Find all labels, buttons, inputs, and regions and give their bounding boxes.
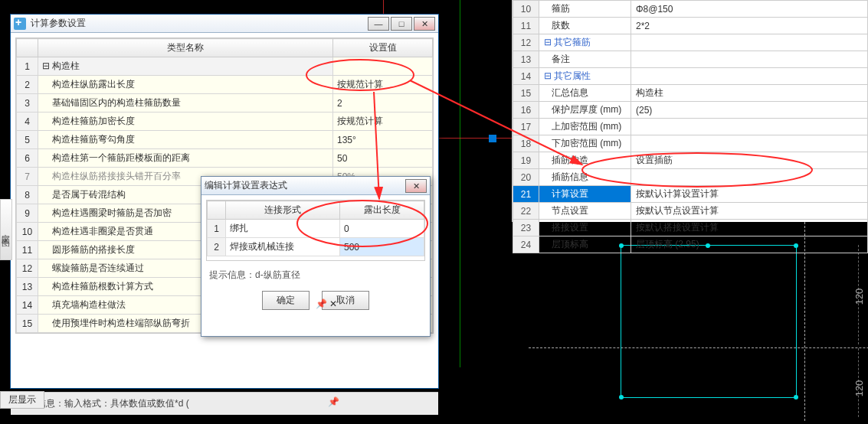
property-row[interactable]: 16 保护层厚度 (mm)(25) bbox=[513, 102, 868, 119]
dialog-title: 计算参数设置 bbox=[31, 17, 368, 30]
selection-handle[interactable] bbox=[489, 135, 496, 142]
property-value[interactable]: 设置插筋 bbox=[631, 152, 868, 169]
property-row[interactable]: 17 上加密范围 (mm) bbox=[513, 119, 868, 135]
row-index: 12 bbox=[17, 259, 38, 278]
dock-panel-title[interactable]: 层显示 bbox=[0, 391, 44, 409]
property-value[interactable]: 2*2 bbox=[631, 18, 868, 34]
param-row[interactable]: 1⊟ 构造柱 bbox=[17, 57, 433, 76]
property-value[interactable]: Φ8@150 bbox=[631, 1, 868, 18]
conn-type: 绑扎 bbox=[226, 220, 340, 238]
row-index: 6 bbox=[17, 149, 38, 168]
col-type-name: 类型名称 bbox=[38, 39, 333, 57]
property-value[interactable]: 层顶标高 (2.95) bbox=[631, 236, 868, 253]
minimize-button[interactable]: — bbox=[368, 17, 389, 31]
row-index: 19 bbox=[513, 152, 539, 169]
dialog-hint: 提示信息：输入格式：具体数值或数值*d ( bbox=[11, 392, 438, 415]
property-panel[interactable]: 10 箍筋Φ8@15011 肢数2*212⊟ 其它箍筋13 备注14⊟ 其它属性… bbox=[512, 0, 868, 222]
expr-row[interactable]: 1绑扎0 bbox=[208, 220, 424, 238]
row-index: 9 bbox=[17, 204, 38, 223]
dimension-value: 120 bbox=[854, 289, 866, 305]
property-value[interactable] bbox=[631, 169, 868, 186]
param-name: 构造柱纵筋露出长度 bbox=[38, 76, 333, 94]
param-value[interactable]: 按规范计算 bbox=[333, 113, 433, 131]
property-value[interactable] bbox=[631, 34, 868, 51]
property-row[interactable]: 24 层顶标高层顶标高 (2.95) bbox=[513, 236, 868, 253]
param-row[interactable]: 2 构造柱纵筋露出长度按规范计算 bbox=[17, 76, 433, 94]
property-name: 箍筋 bbox=[539, 1, 631, 18]
row-index: 3 bbox=[17, 94, 38, 113]
property-row[interactable]: 23 搭接设置按默认搭接设置计算 bbox=[513, 220, 868, 236]
row-index: 13 bbox=[17, 278, 38, 296]
close-button[interactable]: ✕ bbox=[405, 179, 427, 193]
property-row[interactable]: 22 节点设置按默认节点设置计算 bbox=[513, 203, 868, 220]
row-index: 20 bbox=[513, 169, 539, 186]
property-row[interactable]: 18 下加密范围 (mm) bbox=[513, 135, 868, 152]
property-name: 计算设置 bbox=[539, 186, 631, 203]
property-row[interactable]: 20 插筋信息 bbox=[513, 169, 868, 186]
param-row[interactable]: 5 构造柱箍筋弯勾角度135° bbox=[17, 131, 433, 149]
param-row[interactable]: 3 基础锚固区内的构造柱箍筋数量2 bbox=[17, 94, 433, 113]
row-index: 15 bbox=[17, 315, 38, 333]
rebar-dot bbox=[619, 395, 624, 400]
rebar-dot bbox=[794, 395, 798, 400]
param-value[interactable] bbox=[333, 57, 433, 76]
dialog-hint: 提示信息：d-纵筋直径 bbox=[201, 266, 430, 285]
property-row[interactable]: 19 插筋构造设置插筋 bbox=[513, 152, 868, 169]
property-row[interactable]: 15 汇总信息构造柱 bbox=[513, 85, 868, 102]
col-conn-type: 连接形式 bbox=[226, 201, 340, 220]
param-row[interactable]: 4 构造柱箍筋加密长度按规范计算 bbox=[17, 113, 433, 131]
row-index: 17 bbox=[513, 119, 539, 135]
param-value[interactable]: 50 bbox=[333, 149, 433, 168]
property-value[interactable] bbox=[631, 119, 868, 135]
pin-icon[interactable]: 📌 ✕ bbox=[316, 298, 337, 309]
row-index: 5 bbox=[17, 131, 38, 149]
property-name: 上加密范围 (mm) bbox=[539, 119, 631, 135]
row-index: 16 bbox=[513, 102, 539, 119]
property-value[interactable]: 按默认搭接设置计算 bbox=[631, 220, 868, 236]
dialog-title: 编辑计算设置表达式 bbox=[205, 179, 405, 192]
expression-grid[interactable]: 连接形式 露出长度 1绑扎02焊接或机械连接500 bbox=[206, 200, 425, 261]
property-row[interactable]: 21 计算设置按默认计算设置计算 bbox=[513, 186, 868, 203]
property-value[interactable]: 按默认节点设置计算 bbox=[631, 203, 868, 220]
property-value[interactable] bbox=[631, 51, 868, 68]
expose-len[interactable]: 500 bbox=[340, 238, 424, 256]
row-index: 21 bbox=[513, 186, 539, 203]
param-name: 构造柱箍筋弯勾角度 bbox=[38, 131, 333, 149]
row-index: 1 bbox=[17, 57, 38, 76]
dialog-titlebar[interactable]: 编辑计算设置表达式 ✕ bbox=[201, 177, 430, 195]
expr-row[interactable]: 2焊接或机械连接500 bbox=[208, 238, 424, 256]
property-name: ⊟ 其它属性 bbox=[539, 68, 631, 85]
side-tab[interactable]: 定 区 图 bbox=[0, 199, 12, 260]
param-row[interactable]: 6 构造柱第一个箍筋距楼板面的距离50 bbox=[17, 149, 433, 168]
property-name: 搭接设置 bbox=[539, 220, 631, 236]
property-row[interactable]: 12⊟ 其它箍筋 bbox=[513, 34, 868, 51]
row-index: 22 bbox=[513, 203, 539, 220]
property-value[interactable] bbox=[631, 68, 868, 85]
param-value[interactable]: 2 bbox=[333, 94, 433, 113]
expose-len[interactable]: 0 bbox=[340, 220, 424, 238]
row-index: 14 bbox=[513, 68, 539, 85]
param-value[interactable]: 135° bbox=[333, 131, 433, 149]
row-index: 10 bbox=[17, 223, 38, 241]
property-row[interactable]: 13 备注 bbox=[513, 51, 868, 68]
close-button[interactable]: ✕ bbox=[414, 17, 435, 31]
axis-line bbox=[460, 0, 460, 367]
pin-icon[interactable]: 📌 bbox=[328, 396, 339, 407]
property-row[interactable]: 14⊟ 其它属性 bbox=[513, 68, 868, 85]
row-index: 24 bbox=[513, 236, 539, 253]
property-value[interactable]: (25) bbox=[631, 102, 868, 119]
property-row[interactable]: 10 箍筋Φ8@150 bbox=[513, 1, 868, 18]
col-set-value: 设置值 bbox=[333, 39, 433, 57]
property-name: 保护层厚度 (mm) bbox=[539, 102, 631, 119]
app-icon bbox=[14, 18, 26, 30]
param-name: 构造柱第一个箍筋距楼板面的距离 bbox=[38, 149, 333, 168]
param-value[interactable]: 按规范计算 bbox=[333, 76, 433, 94]
property-value[interactable]: 按默认计算设置计算 bbox=[631, 186, 868, 203]
row-index: 8 bbox=[17, 186, 38, 204]
maximize-button[interactable]: □ bbox=[391, 17, 412, 31]
property-value[interactable]: 构造柱 bbox=[631, 85, 868, 102]
ok-button[interactable]: 确定 bbox=[262, 291, 310, 310]
property-value[interactable] bbox=[631, 135, 868, 152]
dialog-titlebar[interactable]: 计算参数设置 — □ ✕ bbox=[11, 15, 438, 33]
property-row[interactable]: 11 肢数2*2 bbox=[513, 18, 868, 34]
